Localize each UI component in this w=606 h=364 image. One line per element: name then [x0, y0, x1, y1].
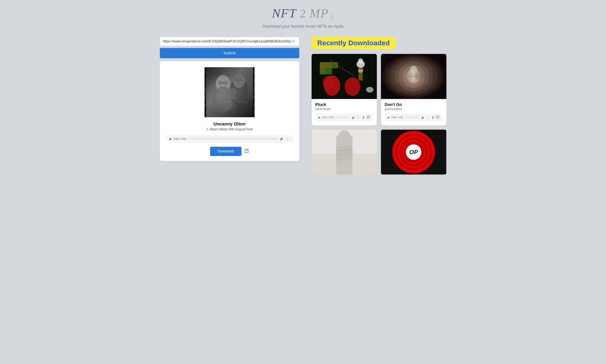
progress-bar[interactable] — [188, 139, 278, 139]
pixel-art-overlay — [312, 54, 377, 99]
download-button[interactable]: Download — [210, 147, 241, 156]
svg-point-43 — [409, 72, 418, 80]
time-display: 0:00 / 4:08 — [174, 137, 186, 140]
pluck-progress-bar[interactable] — [336, 117, 350, 118]
svg-rect-14 — [204, 67, 206, 117]
svg-point-46 — [397, 60, 430, 93]
submit-button[interactable]: Submit — [160, 48, 299, 58]
play-button[interactable] — [170, 137, 172, 140]
url-input[interactable] — [163, 39, 292, 43]
nft-cards-grid: Pluck Adum Brate 0:00 / 2:58 🔊 ⋮ ⬇ — [312, 54, 446, 175]
svg-point-36 — [358, 58, 363, 64]
dontgo-play-button[interactable] — [388, 116, 390, 119]
svg-rect-42 — [381, 54, 446, 99]
artwork-image — [204, 67, 255, 117]
svg-point-49 — [385, 54, 442, 99]
title-nft: NFT — [272, 6, 296, 20]
pluck-title: Pluck — [315, 102, 373, 107]
nft-card-dontgo: Don't Go poolnoodle93 0:00 / 4:06 🔊 ⋮ ⬇ — [381, 54, 446, 125]
svg-rect-25 — [253, 104, 254, 106]
dontgo-volume[interactable]: 🔊 — [421, 116, 425, 119]
pluck-external-icon[interactable] — [367, 115, 370, 119]
dontgo-download-icon[interactable]: ⬇ — [432, 116, 434, 119]
recently-downloaded-label: Recently Downloaded — [312, 37, 395, 49]
svg-text:OP: OP — [409, 149, 418, 155]
pluck-artist: Adum Brate — [315, 107, 373, 111]
svg-rect-24 — [253, 96, 254, 98]
dontgo-time: 0:00 / 4:06 — [391, 116, 403, 119]
volume-button[interactable]: 🔊 — [280, 137, 284, 141]
nft-image-dontgo — [381, 54, 446, 99]
audio-player: 0:00 / 4:08 🔊 ⋮ — [166, 135, 293, 143]
app-header: NFT 2 MP3 Download your favorite music N… — [160, 6, 446, 29]
svg-rect-21 — [253, 71, 254, 73]
pluck-play-button[interactable] — [319, 116, 320, 119]
clear-url-button[interactable]: ✕ — [292, 39, 296, 44]
more-options-button[interactable]: ⋮ — [286, 137, 289, 141]
svg-point-50 — [408, 69, 419, 83]
svg-point-33 — [345, 78, 360, 96]
svg-rect-15 — [253, 67, 255, 117]
nft-card-vinyl: OP — [381, 130, 446, 175]
svg-rect-28 — [326, 62, 332, 68]
nft-artist: J. Albert Meets Will August Park — [166, 128, 293, 131]
svg-point-44 — [405, 68, 422, 85]
nft-card-info-pluck: Pluck Adum Brate 0:00 / 2:58 🔊 ⋮ ⬇ — [312, 99, 377, 125]
svg-rect-31 — [326, 68, 332, 75]
nft-card-pluck: Pluck Adum Brate 0:00 / 2:58 🔊 ⋮ ⬇ — [312, 54, 377, 125]
nft-title: Uncanny Otion — [166, 121, 293, 127]
pluck-more-button[interactable]: ⋮ — [357, 116, 360, 119]
svg-rect-27 — [320, 62, 326, 68]
svg-rect-18 — [205, 88, 206, 89]
svg-rect-29 — [332, 62, 338, 68]
svg-rect-19 — [205, 96, 206, 98]
svg-rect-26 — [312, 54, 377, 99]
svg-rect-16 — [205, 71, 206, 73]
page-wrapper: NFT 2 MP3 Download your favorite music N… — [152, 0, 455, 183]
pluck-audio-player: 0:00 / 2:58 🔊 ⋮ ⬇ — [315, 114, 373, 121]
svg-point-11 — [233, 73, 245, 88]
main-layout: ✕ Submit — [160, 37, 446, 175]
pluck-volume[interactable]: 🔊 — [352, 116, 355, 119]
svg-rect-39 — [358, 68, 363, 70]
svg-point-47 — [393, 56, 434, 97]
app-title: NFT 2 MP3 — [160, 6, 446, 22]
svg-rect-20 — [205, 104, 206, 106]
svg-point-13 — [240, 79, 242, 80]
nft-image-pluck — [312, 54, 377, 99]
dontgo-progress-bar[interactable] — [405, 117, 419, 118]
external-link-button[interactable] — [244, 149, 249, 154]
svg-point-4 — [219, 83, 222, 84]
svg-point-6 — [218, 81, 223, 84]
dontgo-title: Don't Go — [385, 102, 443, 107]
svg-rect-0 — [204, 67, 255, 117]
left-panel: ✕ Submit — [160, 37, 299, 161]
pluck-time: 0:00 / 2:58 — [322, 116, 334, 119]
right-panel: Recently Downloaded — [312, 37, 446, 175]
app-subtitle: Download your favorite music NFTs as mp3… — [160, 24, 446, 29]
dontgo-audio-player: 0:00 / 4:06 🔊 ⋮ ⬇ — [385, 114, 443, 121]
svg-point-45 — [402, 64, 426, 89]
svg-rect-23 — [253, 88, 254, 89]
svg-point-34 — [323, 76, 333, 89]
svg-point-40 — [366, 87, 373, 93]
url-input-row: ✕ — [160, 37, 299, 46]
pluck-download-icon[interactable]: ⬇ — [362, 116, 365, 119]
dontgo-external-icon[interactable] — [436, 115, 439, 119]
svg-point-48 — [389, 54, 438, 99]
card-artwork — [166, 67, 293, 117]
svg-rect-30 — [320, 68, 326, 75]
svg-point-51 — [410, 66, 417, 74]
svg-rect-37 — [358, 72, 363, 80]
svg-point-12 — [236, 79, 238, 80]
dontgo-artist: poolnoodle93 — [385, 107, 443, 111]
dontgo-more-button[interactable]: ⋮ — [427, 116, 430, 119]
nft-card-info-dontgo: Don't Go poolnoodle93 0:00 / 4:06 🔊 ⋮ ⬇ — [381, 99, 446, 125]
svg-point-3 — [216, 75, 230, 92]
svg-point-7 — [223, 81, 228, 84]
svg-point-10 — [230, 78, 248, 106]
nft-detail-card: Uncanny Otion J. Albert Meets Will Augus… — [160, 61, 299, 161]
title-3: 3 — [329, 11, 334, 22]
title-2: 2 — [300, 7, 309, 20]
svg-rect-17 — [205, 79, 206, 81]
